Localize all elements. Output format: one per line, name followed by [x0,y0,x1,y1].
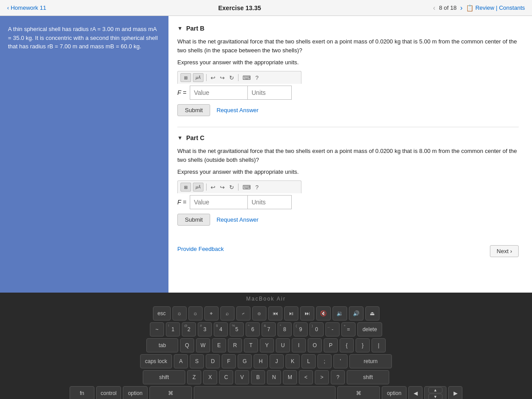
key-z[interactable]: Z [187,370,201,384]
part-c-request-answer[interactable]: Request Answer [216,216,258,223]
key-w[interactable]: W [196,338,210,352]
key-g[interactable]: G [238,354,252,368]
toolbar-undo-icon[interactable]: ↩ [209,74,217,81]
key-period[interactable]: > [315,370,329,384]
key-b[interactable]: B [251,370,265,384]
key-f9[interactable]: ⏭ [300,306,314,321]
key-4[interactable]: $4 [214,322,228,336]
key-v[interactable]: V [235,370,249,384]
key-j[interactable]: J [270,354,284,368]
part-b-request-answer[interactable]: Request Answer [216,107,258,113]
part-b-header[interactable]: ▼ Part B [177,25,519,32]
part-c-units-input[interactable] [247,195,292,209]
key-tab[interactable]: tab [146,338,178,352]
key-f7[interactable]: ⏮ [268,306,282,321]
key-m[interactable]: M [283,370,297,384]
key-8[interactable]: *8 [278,322,292,336]
key-y[interactable]: Y [260,338,274,352]
key-shift-left[interactable]: shift [143,370,185,384]
key-u[interactable]: U [276,338,290,352]
key-i[interactable]: I [292,338,306,352]
key-minus[interactable]: _- [325,322,340,336]
part-c-toolbar-refresh-icon[interactable]: ↻ [228,184,235,191]
part-b-value-input[interactable] [190,86,247,100]
back-link[interactable]: Homework 11 [7,4,46,11]
key-arrow-right[interactable]: ▶ [448,386,462,399]
key-option-left[interactable]: option [123,386,148,399]
key-x[interactable]: X [203,370,217,384]
toolbar-help-icon[interactable]: ? [254,74,260,81]
part-c-toolbar-micro-btn[interactable]: μÅ [193,183,203,192]
key-c[interactable]: C [219,370,233,384]
key-f12[interactable]: 🔊 [349,306,364,321]
key-e[interactable]: E [212,338,226,352]
key-slash[interactable]: ? [331,370,345,384]
key-h[interactable]: H [254,354,268,368]
key-arrow-left[interactable]: ◀ [408,386,422,399]
key-comma[interactable]: < [299,370,313,384]
key-f1[interactable]: ☼ [172,306,187,321]
key-f4[interactable]: ⌕ [220,306,235,321]
provide-feedback-link[interactable]: Provide Feedback [177,246,224,252]
key-shift-right[interactable]: shift [347,370,389,384]
part-b-submit[interactable]: Submit [177,104,210,116]
key-esc[interactable]: esc [153,306,171,321]
key-f13[interactable]: ⏏ [365,306,379,321]
part-c-toolbar-keyboard-icon[interactable]: ⌨ [241,184,252,191]
key-f10[interactable]: 🔇 [316,306,331,321]
key-f3[interactable]: ⌖ [204,306,219,321]
key-n[interactable]: N [267,370,281,384]
key-arrow-down[interactable]: ▼ [428,394,442,399]
key-0[interactable]: )0 [309,322,324,336]
next-arrow[interactable]: › [460,4,462,12]
key-s[interactable]: S [190,354,204,368]
key-f6[interactable]: ⌾ [252,306,266,321]
key-delete[interactable]: delete [357,322,382,336]
key-t[interactable]: T [244,338,258,352]
toolbar-micro-btn[interactable]: μÅ [193,73,203,82]
toolbar-grid-btn[interactable]: ⊞ [180,73,191,82]
part-c-header[interactable]: ▼ Part C [177,134,519,141]
key-bracket-right[interactable]: } [356,338,370,352]
key-6[interactable]: ^6 [246,322,260,336]
key-cmd-right[interactable]: ⌘ [337,386,380,399]
key-9[interactable]: (9 [293,322,308,336]
key-k[interactable]: K [286,354,300,368]
part-b-units-input[interactable] [247,86,292,100]
key-q[interactable]: Q [180,338,194,352]
key-backtick[interactable]: ~ [150,322,164,336]
part-c-toolbar-undo-icon[interactable]: ↩ [209,184,217,191]
key-f[interactable]: F [222,354,236,368]
toolbar-refresh-icon[interactable]: ↻ [228,74,235,81]
key-p[interactable]: P [324,338,338,352]
part-c-value-input[interactable] [190,195,247,209]
part-c-submit[interactable]: Submit [177,214,210,226]
key-1[interactable]: !1 [166,322,180,336]
next-button[interactable]: Next › [490,245,519,257]
toolbar-keyboard-icon[interactable]: ⌨ [241,74,252,81]
key-7[interactable]: &7 [262,322,276,336]
key-option-right[interactable]: option [382,386,407,399]
key-f5[interactable]: ⌿ [236,306,250,321]
review-constants-link[interactable]: 📋 Review | Constants [466,4,525,12]
key-caps[interactable]: caps lock [140,354,172,368]
key-r[interactable]: R [228,338,242,352]
part-c-toolbar-help-icon[interactable]: ? [254,184,260,191]
key-cmd-left[interactable]: ⌘ [149,386,192,399]
prev-arrow[interactable]: ‹ [433,4,435,12]
key-quote[interactable]: ' [333,354,348,368]
key-semicolon[interactable]: ; [317,354,332,368]
key-l[interactable]: L [301,354,316,368]
key-2[interactable]: @2 [182,322,196,336]
key-a[interactable]: A [174,354,188,368]
key-f8[interactable]: ⏯ [284,306,298,321]
key-d[interactable]: D [206,354,220,368]
key-bracket-left[interactable]: { [340,338,354,352]
key-backslash[interactable]: | [372,338,386,352]
key-f2[interactable]: ☼ [188,306,203,321]
key-space[interactable] [194,386,336,399]
key-fn[interactable]: fn [70,386,94,399]
part-c-toolbar-redo-icon[interactable]: ↪ [219,184,226,191]
key-5[interactable]: %5 [230,322,244,336]
toolbar-redo-icon[interactable]: ↪ [219,74,226,81]
